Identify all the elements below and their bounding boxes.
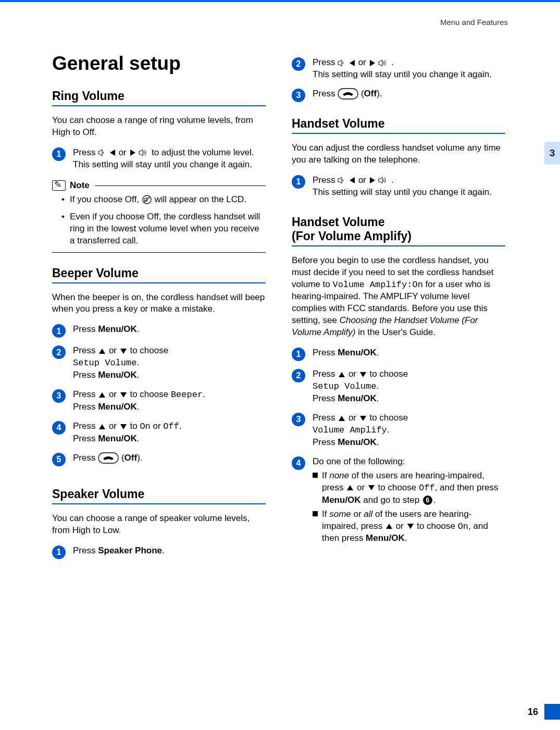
text: Menu/OK xyxy=(338,437,377,447)
text: in the User's Guide. xyxy=(356,327,435,337)
text: . xyxy=(391,175,394,185)
up-arrow-icon xyxy=(99,392,105,398)
text: . xyxy=(203,389,205,399)
text: This setting will stay until you change … xyxy=(73,159,252,169)
step-number-badge: 4 xyxy=(292,456,305,470)
text: Menu/OK xyxy=(98,324,137,334)
down-arrow-icon xyxy=(360,416,366,421)
right-column: 2 Press or . This setting will stay unti… xyxy=(292,53,505,566)
amplify-step-2: 2 Press or to choose Setup Volume. Press… xyxy=(292,368,505,405)
text: On xyxy=(140,422,150,431)
text: Volume Amplify xyxy=(313,425,387,435)
up-arrow-icon xyxy=(347,485,353,490)
hangup-button-icon xyxy=(338,88,358,100)
square-bullet-icon xyxy=(313,511,318,516)
amplify-option-some: If some or all of the users are hearing-… xyxy=(313,509,505,545)
text: Press xyxy=(73,453,98,463)
left-arrow-icon xyxy=(350,60,355,66)
text: Press xyxy=(73,147,98,157)
step-number-badge: 1 xyxy=(52,546,66,559)
text: or xyxy=(393,521,406,531)
down-arrow-icon xyxy=(120,392,127,398)
speaker-step-1: 1 Press Speaker Phone. xyxy=(52,545,266,559)
mute-icon xyxy=(142,194,152,205)
text: Press xyxy=(313,175,338,185)
text: Press xyxy=(313,57,338,67)
text: Off xyxy=(163,422,179,431)
text: to adjust the volume level. xyxy=(152,147,254,157)
text: . xyxy=(377,393,379,403)
text: Menu/OK xyxy=(366,533,405,543)
text: If you choose Off, xyxy=(70,194,142,204)
breadcrumb: Menu and Features xyxy=(0,2,560,27)
rule xyxy=(52,252,266,253)
down-arrow-icon xyxy=(368,485,375,490)
text: or xyxy=(354,482,367,492)
page-content: General setup Ring Volume You can choose… xyxy=(0,27,560,566)
up-arrow-icon xyxy=(386,524,392,529)
text: to choose xyxy=(367,413,408,423)
handset-step-1: 1 Press or . This setting will stay unti… xyxy=(292,175,505,199)
text: ). xyxy=(377,89,382,98)
right-arrow-icon xyxy=(370,177,375,183)
left-arrow-icon xyxy=(350,177,355,183)
note-icon xyxy=(52,180,66,191)
beeper-intro: When the beeper is on, the cordless hand… xyxy=(52,292,266,316)
text: Press xyxy=(73,421,98,431)
volume-high-icon xyxy=(378,177,389,184)
text: to choose xyxy=(367,369,408,379)
left-arrow-icon xyxy=(110,150,115,156)
text: . xyxy=(137,434,140,443)
square-bullet-icon xyxy=(313,473,318,478)
text: Menu/OK xyxy=(98,434,137,443)
step-number-badge: 1 xyxy=(52,147,66,161)
text: ). xyxy=(137,453,142,463)
volume-high-icon xyxy=(139,149,149,156)
text: Press xyxy=(73,324,98,334)
speaker-intro: You can choose a range of speaker volume… xyxy=(52,513,266,537)
text: none xyxy=(329,471,349,480)
amplify-step-1: 1 Press Menu/OK. xyxy=(292,347,505,361)
text: . xyxy=(405,533,407,543)
text: to choose xyxy=(128,389,171,399)
text: Press xyxy=(73,389,98,399)
text: some xyxy=(329,509,351,519)
text: Speaker Phone xyxy=(98,546,162,555)
text: Off xyxy=(364,89,377,98)
text: If xyxy=(322,509,329,519)
text: or xyxy=(351,509,364,519)
step-number-badge: 1 xyxy=(292,348,305,361)
text: or xyxy=(151,421,164,431)
text: or xyxy=(346,369,359,379)
text: Press xyxy=(313,437,338,447)
text: (For Volume Amplify) xyxy=(292,229,412,243)
text: to choose xyxy=(415,521,458,531)
text: . xyxy=(391,57,394,67)
beeper-step-5: 5 Press (Off). xyxy=(52,452,266,466)
text: Do one of the following: xyxy=(313,456,405,466)
text: Volume Amplify:On xyxy=(332,280,422,290)
volume-low-icon xyxy=(338,59,346,67)
text: Setup Volume xyxy=(313,381,376,391)
step-number-badge: 3 xyxy=(292,89,305,102)
text: . xyxy=(137,402,140,412)
speaker-step-3: 3 Press (Off). xyxy=(292,88,505,102)
text: to choose xyxy=(376,482,419,492)
text: Menu/OK xyxy=(338,348,377,357)
beeper-step-3: 3 Press or to choose Beeper. Press Menu/… xyxy=(52,389,266,413)
text: or xyxy=(119,147,129,157)
section-ring-title: Ring Volume xyxy=(52,89,266,106)
text: Beeper xyxy=(171,390,203,400)
amplify-intro: Before you begin to use the cordless han… xyxy=(292,255,505,339)
text: . xyxy=(136,357,139,367)
section-amplify-title: Handset Volume (For Volume Amplify) xyxy=(292,215,505,246)
step-ref-badge: 6 xyxy=(423,496,432,505)
text: . xyxy=(433,495,436,505)
text: . xyxy=(376,381,379,391)
text: Press xyxy=(313,369,338,379)
text: Press xyxy=(313,348,338,357)
text: . xyxy=(137,324,140,334)
step-number-badge: 1 xyxy=(292,175,305,189)
text: . xyxy=(137,370,140,380)
text: Menu/OK xyxy=(338,393,377,403)
